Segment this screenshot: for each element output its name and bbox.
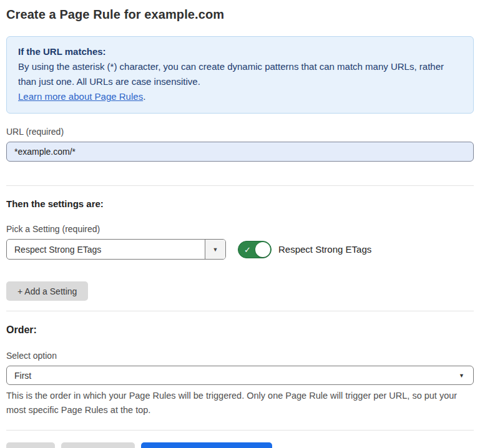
setting-select-value: Respect Strong ETags — [7, 240, 205, 259]
link-suffix: . — [143, 91, 145, 102]
order-section-heading: Order: — [6, 324, 474, 336]
chevron-down-icon: ▼ — [459, 373, 464, 379]
order-select-label: Select option — [6, 351, 474, 361]
divider — [6, 185, 474, 186]
learn-more-link[interactable]: Learn more about Page Rules — [18, 91, 143, 102]
respect-strong-etags-toggle[interactable]: ✓ — [238, 241, 272, 258]
page-title: Create a Page Rule for example.com — [6, 7, 474, 22]
setting-picker-label: Pick a Setting (required) — [6, 224, 474, 234]
form-actions: Cancel Save as Draft Save and Deploy Pag… — [6, 442, 474, 448]
check-icon: ✓ — [244, 245, 251, 253]
order-select[interactable]: First ▼ — [6, 366, 474, 385]
settings-section-heading: Then the settings are: — [6, 198, 474, 209]
divider — [6, 311, 474, 311]
info-box-link-line: Learn more about Page Rules. — [18, 89, 462, 104]
info-box-body: By using the asterisk (*) character, you… — [18, 59, 462, 89]
save-as-draft-button[interactable]: Save as Draft — [61, 442, 135, 448]
toggle-knob — [255, 242, 270, 257]
toggle-label: Respect Strong ETags — [278, 244, 371, 255]
setting-select-arrow-box[interactable]: ▼ — [205, 240, 225, 259]
info-box-heading: If the URL matches: — [18, 44, 462, 59]
setting-select[interactable]: Respect Strong ETags ▼ — [6, 239, 226, 260]
setting-row: Respect Strong ETags ▼ ✓ Respect Strong … — [6, 239, 474, 260]
url-input[interactable] — [6, 142, 474, 162]
cancel-button[interactable]: Cancel — [6, 442, 55, 448]
chevron-down-icon: ▼ — [213, 246, 218, 253]
divider — [6, 430, 474, 431]
save-and-deploy-button[interactable]: Save and Deploy Page Rule — [141, 442, 272, 448]
order-select-value: First — [14, 371, 31, 381]
url-field-label: URL (required) — [6, 127, 474, 137]
url-match-info-box: If the URL matches: By using the asteris… — [6, 36, 474, 114]
order-helper-text: This is the order in which your Page Rul… — [6, 389, 471, 417]
page-rule-form: Create a Page Rule for example.com If th… — [0, 0, 480, 448]
add-setting-button[interactable]: + Add a Setting — [6, 281, 88, 301]
